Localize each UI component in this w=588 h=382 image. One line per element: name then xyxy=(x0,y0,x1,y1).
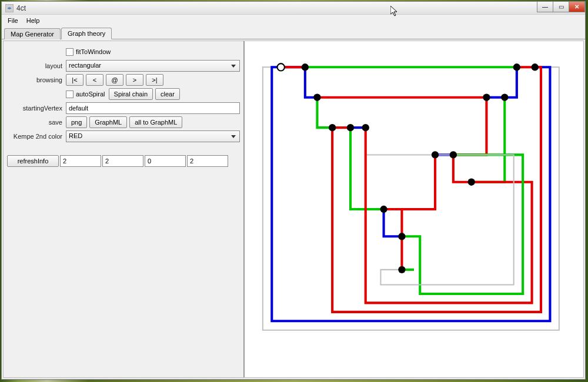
edge-blue-outer xyxy=(272,67,550,321)
vertex-2[interactable] xyxy=(513,63,520,71)
close-button[interactable]: ✕ xyxy=(569,2,585,12)
browse-first-button[interactable]: |< xyxy=(66,74,83,86)
info-field-1[interactable] xyxy=(60,155,101,167)
edge-gray-outer xyxy=(263,67,559,330)
titlebar: 4ct — ▭ ✕ xyxy=(2,2,585,15)
vertex-10[interactable] xyxy=(432,151,439,158)
vertex-8[interactable] xyxy=(347,124,354,131)
content-area: fitToWindow layout rectangular browsing … xyxy=(3,41,584,378)
vertex-14[interactable] xyxy=(398,233,405,240)
controls-panel: fitToWindow layout rectangular browsing … xyxy=(4,41,245,377)
window-title: 4ct xyxy=(16,4,26,12)
info-field-4[interactable] xyxy=(187,155,228,167)
vertex-6[interactable] xyxy=(501,94,508,101)
vertex-4[interactable] xyxy=(313,94,320,101)
browse-prev-button[interactable]: < xyxy=(86,74,103,86)
vertex-7[interactable] xyxy=(329,124,336,131)
graph-canvas[interactable] xyxy=(245,41,583,377)
menu-file[interactable]: File xyxy=(4,16,22,25)
maximize-button[interactable]: ▭ xyxy=(553,2,569,12)
edge-red-v10down xyxy=(402,155,435,209)
menu-help[interactable]: Help xyxy=(23,16,44,25)
save-label: save xyxy=(7,119,66,126)
browse-last-button[interactable]: >| xyxy=(146,74,163,86)
save-all-graphml-button[interactable]: all to GraphML xyxy=(129,116,182,128)
edge-green-row3a xyxy=(317,98,332,128)
edge-gray-mid xyxy=(366,128,435,155)
vertex-1[interactable] xyxy=(302,63,309,71)
edge-red-v13v14 xyxy=(384,209,402,236)
edge-blue-down-right xyxy=(505,67,517,97)
save-graphml-button[interactable]: GraphML xyxy=(89,116,127,128)
starting-vertex-input[interactable] xyxy=(66,102,240,114)
refresh-info-button[interactable]: refreshInfo xyxy=(7,155,59,167)
browse-at-button[interactable]: @ xyxy=(106,74,123,86)
spiral-chain-button[interactable]: Spiral chain xyxy=(109,88,153,100)
java-icon xyxy=(5,4,14,12)
vertex-0[interactable] xyxy=(278,63,285,71)
fit-to-window-label: fitToWindow xyxy=(76,48,111,55)
auto-spiral-checkbox[interactable] xyxy=(66,91,74,98)
save-png-button[interactable]: png xyxy=(66,116,87,128)
app-window: 4ct — ▭ ✕ File Help Map Generator Graph … xyxy=(1,1,586,380)
browse-next-button[interactable]: > xyxy=(126,74,143,86)
menubar: File Help xyxy=(2,15,585,26)
info-field-3[interactable] xyxy=(145,155,186,167)
graph-svg xyxy=(245,41,583,377)
vertex-5[interactable] xyxy=(483,94,490,101)
edge-green-v8v13 xyxy=(350,128,384,209)
vertex-12[interactable] xyxy=(468,179,475,186)
vertex-9[interactable] xyxy=(362,124,369,131)
edge-red-rightcol xyxy=(453,98,487,155)
edge-red-v11v12 xyxy=(453,155,472,182)
kempe-select[interactable]: RED xyxy=(66,130,240,142)
minimize-button[interactable]: — xyxy=(537,2,553,12)
tabbar: Map Generator Graph theory xyxy=(2,26,585,39)
window-controls: — ▭ ✕ xyxy=(537,2,585,12)
browsing-label: browsing xyxy=(7,76,66,83)
kempe-label: Kempe 2nd color xyxy=(7,133,66,140)
vertex-15[interactable] xyxy=(398,266,405,273)
clear-button[interactable]: clear xyxy=(155,88,180,100)
fit-to-window-checkbox[interactable] xyxy=(66,48,74,56)
info-field-2[interactable] xyxy=(102,155,143,167)
edge-blue-v13v14 xyxy=(384,209,402,236)
layout-label: layout xyxy=(7,62,66,69)
tab-map-generator[interactable]: Map Generator xyxy=(4,28,61,39)
edge-red-long xyxy=(332,67,541,312)
edge-blue-row2a xyxy=(305,67,318,97)
vertex-13[interactable] xyxy=(380,206,387,213)
layout-select[interactable]: rectangular xyxy=(66,60,240,72)
tab-graph-theory[interactable]: Graph theory xyxy=(61,28,112,39)
starting-vertex-label: startingVertex xyxy=(7,105,66,112)
auto-spiral-label: autoSpiral xyxy=(76,91,105,98)
vertex-11[interactable] xyxy=(450,151,457,158)
vertex-3[interactable] xyxy=(532,63,539,71)
edge-green-rightcol xyxy=(472,98,505,182)
